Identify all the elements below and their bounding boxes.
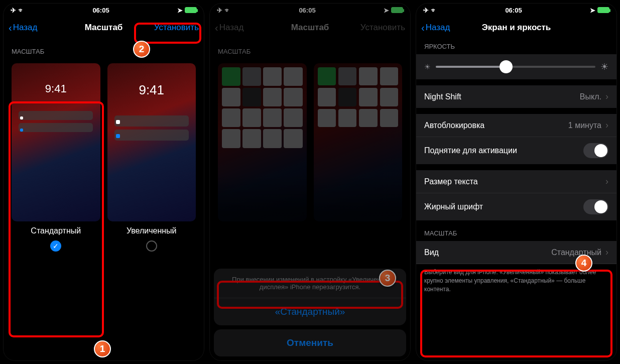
option-zoomed[interactable]: 9:41 Увеличенный [107,63,196,252]
airplane-icon: ✈ [217,7,222,14]
text-size-cell[interactable]: Размер текста › [416,170,616,193]
action-sheet: При внесении изменений в настройку «Увел… [214,269,406,325]
chevron-left-icon: ‹ [9,23,12,33]
nav-bar: ‹Назад Масштаб Установить [4,17,204,39]
annotation-badge-1: 1 [94,340,111,357]
airplane-icon: ✈ [11,7,16,14]
option-zoomed-label: Увеличенный [127,226,177,235]
sheet-confirm-button[interactable]: «Стандартный» [214,298,406,325]
section-header-zoom: МАСШТАБ [416,220,616,241]
wifi-icon: ᯤ [18,7,25,14]
text-size-label: Размер текста [424,177,478,186]
status-time: 06:05 [505,7,522,14]
raise-to-wake-cell: Поднятие для активации [416,137,616,164]
status-time: 06:05 [299,7,315,14]
panel-3-display-settings: ✈ᯤ 06:05 ➤ ‹Назад Экран и яркость ЯРКОСТ… [416,3,617,361]
back-button: ‹Назад [215,23,243,33]
location-icon: ➤ [384,7,389,14]
night-shift-cell[interactable]: Night Shift Выкл.› [416,85,616,108]
wifi-icon: ᯤ [224,7,231,14]
set-button: Установить [360,23,405,33]
annotation-badge-2: 2 [133,41,150,58]
status-bar: ✈ᯤ 06:05 ➤ [4,4,204,17]
sheet-cancel-button[interactable]: Отменить [214,329,406,356]
night-shift-label: Night Shift [424,92,461,101]
view-label: Вид [424,248,439,257]
bold-label: Жирный шрифт [424,202,483,211]
bold-text-cell: Жирный шрифт [416,193,616,220]
brightness-cell: ☀ ☀ [416,54,616,79]
autolock-value: 1 минута [568,121,601,130]
back-button[interactable]: ‹Назад [9,23,37,33]
chevron-left-icon: ‹ [421,23,425,33]
night-shift-value: Выкл. [580,92,601,101]
status-time: 06:05 [92,7,109,14]
preview-zoomed: 9:41 [107,63,196,221]
set-button[interactable]: Установить [154,23,199,33]
sun-large-icon: ☀ [600,61,608,72]
battery-icon [597,7,609,13]
chevron-right-icon: › [605,120,608,131]
nav-bar: ‹Назад Масштаб Установить [210,17,410,39]
wifi-icon: ᯤ [431,7,437,14]
battery-icon [391,7,403,13]
option-standard[interactable]: 9:41 Стандартный [12,63,100,252]
annotation-badge-4: 4 [575,255,592,272]
raise-toggle[interactable] [583,143,608,158]
battery-icon [185,7,197,13]
bold-toggle[interactable] [583,199,608,214]
brightness-slider[interactable] [436,66,595,68]
back-button[interactable]: ‹Назад [421,23,450,33]
raise-label: Поднятие для активации [424,146,517,155]
action-sheet-backdrop: При внесении изменений в настройку «Увел… [210,175,410,360]
chevron-left-icon: ‹ [215,23,218,33]
section-header-scale: МАСШТАБ [210,39,410,59]
preview-standard: 9:41 [12,63,100,221]
scale-options: 9:41 Стандартный 9:41 Увеличенный [4,59,204,258]
radio-zoomed[interactable] [146,240,157,252]
chevron-right-icon: › [605,247,608,258]
status-bar: ✈ᯤ 06:05 ➤ [210,4,410,17]
nav-bar: ‹Назад Экран и яркость [416,17,616,39]
location-icon: ➤ [590,7,595,14]
sun-small-icon: ☀ [424,63,431,71]
radio-standard[interactable] [50,240,61,252]
panel-1-scale-chooser: ✈ᯤ 06:05 ➤ ‹Назад Масштаб Установить МАС… [3,3,204,361]
airplane-icon: ✈ [423,7,429,14]
section-header-scale: МАСШТАБ [4,39,204,59]
view-value: Стандартный [551,248,601,257]
autolock-label: Автоблокировка [424,121,484,130]
location-icon: ➤ [177,7,183,14]
chevron-right-icon: › [605,91,608,102]
sheet-message: При внесении изменений в настройку «Увел… [214,269,406,298]
chevron-right-icon: › [605,176,608,187]
autolock-cell[interactable]: Автоблокировка 1 минута› [416,114,616,137]
option-standard-label: Стандартный [31,226,81,235]
status-bar: ✈ᯤ 06:05 ➤ [416,4,616,17]
section-header-brightness: ЯРКОСТЬ [416,39,616,54]
annotation-badge-3: 3 [379,270,396,287]
panel-2-action-sheet: ✈ᯤ 06:05 ➤ ‹Назад Масштаб Установить МАС… [209,3,411,361]
